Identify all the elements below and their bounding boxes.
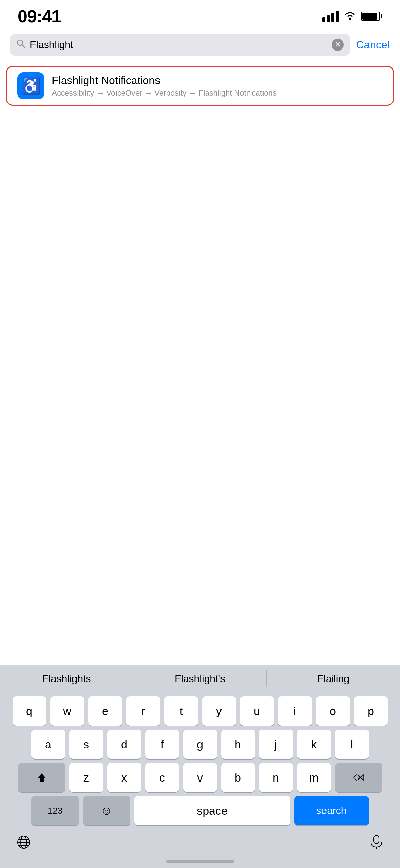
- globe-icon[interactable]: [10, 832, 37, 852]
- key-q[interactable]: q: [13, 696, 46, 726]
- key-d[interactable]: d: [107, 730, 141, 759]
- key-o[interactable]: o: [316, 696, 350, 726]
- numbers-key[interactable]: 123: [31, 796, 79, 825]
- microphone-icon[interactable]: [363, 832, 390, 852]
- home-indicator: [0, 856, 400, 868]
- accessibility-icon: ♿: [17, 72, 44, 99]
- key-t[interactable]: t: [164, 696, 198, 726]
- svg-point-0: [349, 17, 351, 20]
- key-row-1: q w e r t y u i o p: [2, 696, 398, 726]
- svg-line-2: [22, 45, 25, 48]
- signal-icon: [322, 11, 339, 22]
- keyboard-rows: q w e r t y u i o p a s d f g h j k l: [0, 693, 400, 827]
- search-icon: [16, 39, 26, 51]
- key-z[interactable]: z: [69, 763, 103, 792]
- key-row-2: a s d f g h j k l: [2, 730, 398, 759]
- key-x[interactable]: x: [107, 763, 141, 792]
- battery-icon: [361, 12, 382, 21]
- result-item[interactable]: ♿ Flashlight Notifications Accessibility…: [6, 66, 394, 106]
- home-bar: [166, 860, 234, 863]
- emoji-key[interactable]: ☺: [83, 796, 130, 825]
- key-h[interactable]: h: [221, 730, 255, 759]
- key-g[interactable]: g: [183, 730, 217, 759]
- status-icons: [322, 10, 382, 23]
- keyboard-bottom-row: [0, 827, 400, 856]
- search-clear-button[interactable]: ✕: [332, 39, 344, 51]
- key-n[interactable]: n: [259, 763, 293, 792]
- wifi-icon: [343, 10, 356, 23]
- delete-key[interactable]: [335, 763, 382, 792]
- keyboard: Flashlights Flashlight's Flailing q w e …: [0, 665, 400, 868]
- search-results: ♿ Flashlight Notifications Accessibility…: [0, 60, 400, 112]
- key-f[interactable]: f: [145, 730, 179, 759]
- shift-key[interactable]: [18, 763, 65, 792]
- svg-rect-11: [374, 835, 379, 844]
- search-key[interactable]: search: [294, 796, 369, 825]
- cancel-button[interactable]: Cancel: [356, 39, 390, 51]
- key-w[interactable]: w: [50, 696, 84, 726]
- key-b[interactable]: b: [221, 763, 255, 792]
- key-a[interactable]: a: [31, 730, 65, 759]
- search-bar-container: Flashlight ✕ Cancel: [0, 30, 400, 60]
- status-time: 09:41: [18, 6, 61, 26]
- autocomplete-bar: Flashlights Flashlight's Flailing: [0, 665, 400, 693]
- key-l[interactable]: l: [335, 730, 369, 759]
- key-v[interactable]: v: [183, 763, 217, 792]
- key-row-4: 123 ☺ space search: [2, 796, 398, 825]
- search-input-wrapper[interactable]: Flashlight ✕: [10, 34, 350, 56]
- key-r[interactable]: r: [126, 696, 160, 726]
- key-c[interactable]: c: [145, 763, 179, 792]
- space-key[interactable]: space: [134, 796, 290, 825]
- svg-marker-3: [38, 773, 46, 782]
- key-i[interactable]: i: [278, 696, 312, 726]
- autocomplete-flailing[interactable]: Flailing: [267, 665, 400, 693]
- autocomplete-flashlights-possessive[interactable]: Flashlight's: [133, 665, 267, 693]
- search-input[interactable]: Flashlight: [30, 39, 328, 51]
- key-m[interactable]: m: [297, 763, 331, 792]
- key-s[interactable]: s: [69, 730, 103, 759]
- key-e[interactable]: e: [88, 696, 122, 726]
- key-u[interactable]: u: [240, 696, 274, 726]
- result-text: Flashlight Notifications Accessibility →…: [52, 74, 276, 98]
- key-row-3: z x c v b n m: [2, 763, 398, 792]
- key-k[interactable]: k: [297, 730, 331, 759]
- result-title: Flashlight Notifications: [52, 74, 276, 87]
- key-y[interactable]: y: [202, 696, 236, 726]
- status-bar: 09:41: [0, 0, 400, 30]
- key-p[interactable]: p: [354, 696, 388, 726]
- key-j[interactable]: j: [259, 730, 293, 759]
- autocomplete-flashlights[interactable]: Flashlights: [0, 665, 133, 693]
- result-breadcrumb: Accessibility → VoiceOver → Verbosity → …: [52, 88, 276, 98]
